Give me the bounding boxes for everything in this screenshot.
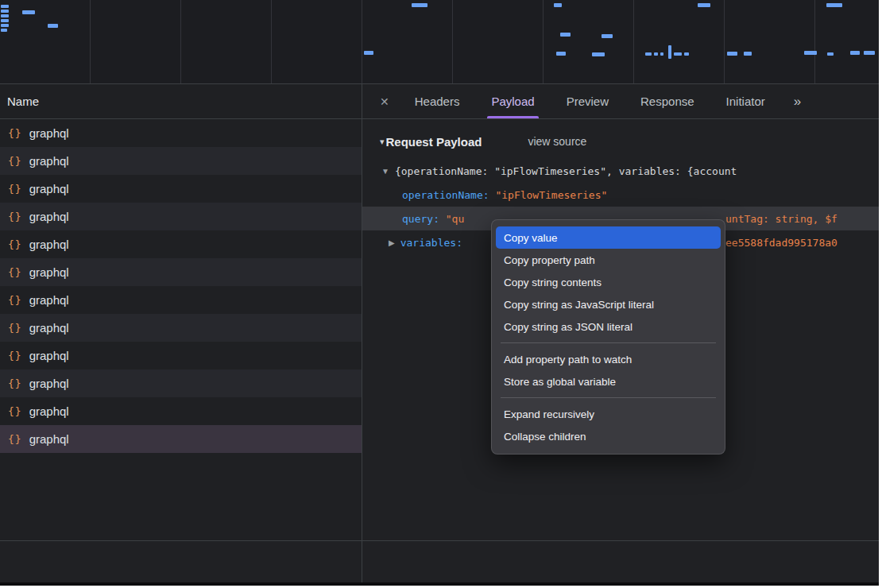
network-request-row[interactable]: {} graphql [0,286,362,314]
network-request-row[interactable]: {} graphql [0,203,362,230]
property-value: "ipFlowTimeseries" [495,189,607,201]
context-menu-item[interactable]: Copy string as JSON literal [496,315,721,338]
json-file-icon: {} [8,155,22,167]
timeline-activity-bar [592,52,605,56]
timeline-activity-bar [827,52,834,56]
timeline-activity-bar [1,5,9,8]
context-menu: Copy valueCopy property pathCopy string … [491,219,725,455]
request-name: graphql [29,293,69,307]
property-value-start: "qu [446,213,464,225]
json-file-icon: {} [8,211,22,222]
summary-right [362,541,879,582]
detail-tab-bar: ✕ HeadersPayloadPreviewResponseInitiator… [362,84,879,119]
context-menu-item[interactable]: Copy string as JavaScript literal [496,293,721,315]
request-name: graphql [29,238,69,251]
property-key: variables: [400,237,462,249]
timeline-activity-bar [412,3,427,7]
context-menu-item[interactable]: Copy property path [496,249,721,271]
json-file-icon: {} [8,294,22,306]
request-name: graphql [29,182,69,195]
section-expander-icon[interactable]: ▾ [380,137,385,147]
timeline-activity-bar [645,52,652,56]
network-panel-split: Name {} graphql {} graphql {} graphql {}… [0,84,879,541]
property-key: query: [402,213,439,225]
timeline-activity-bar [850,51,860,55]
detail-tab[interactable]: Headers [411,84,464,118]
timeline-activity-bar [1,14,9,17]
menu-separator [501,342,716,343]
timeline-activity-bar [364,51,373,55]
timeline-activity-bar [727,52,737,56]
context-menu-item[interactable]: Copy string contents [496,271,721,293]
request-name: graphql [29,349,69,362]
network-requests-pane: Name {} graphql {} graphql {} graphql {}… [0,84,362,540]
timeline-activity-bar [654,52,658,56]
context-menu-item[interactable]: Collapse children [496,425,721,447]
json-file-icon: {} [8,266,22,278]
menu-separator [501,397,716,398]
detail-tab[interactable]: Response [636,84,698,118]
network-request-row[interactable]: {} graphql [0,342,362,369]
name-column-header[interactable]: Name [0,84,362,119]
close-icon[interactable]: ✕ [362,95,399,108]
detail-tabs: HeadersPayloadPreviewResponseInitiator [399,84,781,118]
timeline-activity-bar [826,3,842,7]
json-file-icon: {} [8,183,22,195]
expanded-triangle-icon[interactable]: ▼ [381,167,389,176]
json-file-icon: {} [8,433,22,445]
timeline-gridline [452,0,453,83]
context-menu-item[interactable]: Add property path to watch [496,348,721,370]
timeline-activity-bar [804,51,817,55]
context-menu-item[interactable]: Copy value [496,226,721,249]
json-file-icon: {} [8,405,22,417]
timeline-gridline [543,0,544,83]
detail-tab[interactable]: Initiator [722,84,769,118]
timeline-gridline [814,0,815,83]
network-request-row[interactable]: {} graphql [0,119,362,147]
network-request-row[interactable]: {} graphql [0,369,362,397]
context-menu-item[interactable]: Expand recursively [496,403,721,425]
collapsed-triangle-icon[interactable]: ▶ [389,238,395,247]
timeline-activity-bar [22,10,35,14]
more-tabs-icon[interactable]: » [794,94,799,110]
timeline-gridline [724,0,725,83]
network-request-row[interactable]: {} graphql [0,258,362,286]
object-preview-text: {operationName: "ipFlowTimeseries", vari… [395,165,737,177]
json-file-icon: {} [8,127,22,139]
timeline-activity-bar [668,45,671,59]
network-request-row[interactable]: {} graphql [0,230,362,258]
json-file-icon: {} [8,377,22,389]
network-request-row[interactable]: {} graphql [0,175,362,203]
context-menu-item[interactable]: Store as global variable [496,370,721,393]
request-name: graphql [29,404,69,418]
detail-tab[interactable]: Payload [487,84,538,118]
property-value-continued: untTag: string, $f [725,207,838,230]
timeline-activity-bar [48,24,58,28]
timeline-activity-bar [1,29,7,32]
timeline-gridline [90,0,91,83]
network-overview-timeline[interactable] [0,0,879,84]
view-source-link[interactable]: view source [528,135,586,148]
timeline-gridline [271,0,272,83]
detail-tab[interactable]: Preview [563,84,613,118]
network-request-row[interactable]: {} graphql [0,425,362,453]
summary-left [0,541,362,582]
timeline-gridline [633,0,634,83]
timeline-activity-bar [660,52,663,56]
network-request-row[interactable]: {} graphql [0,147,362,175]
bottom-summary-area [0,541,879,582]
network-request-list: {} graphql {} graphql {} graphql {} grap… [0,119,362,540]
section-title: Request Payload [386,135,482,149]
operation-name-row[interactable]: operationName: "ipFlowTimeseries" [362,183,879,207]
timeline-activity-bar [744,52,752,56]
devtools-window: Name {} graphql {} graphql {} graphql {}… [0,0,879,582]
json-file-icon: {} [8,238,22,250]
payload-root-row[interactable]: ▼ {operationName: "ipFlowTimeseries", va… [362,159,879,183]
request-payload-section-header[interactable]: ▾ Request Payload view source [362,131,879,152]
window-bottom-edge [0,582,879,586]
timeline-activity-bar [1,10,9,13]
timeline-activity-bar [560,33,571,37]
request-detail-pane: ✕ HeadersPayloadPreviewResponseInitiator… [362,84,879,540]
network-request-row[interactable]: {} graphql [0,397,362,425]
network-request-row[interactable]: {} graphql [0,314,362,342]
